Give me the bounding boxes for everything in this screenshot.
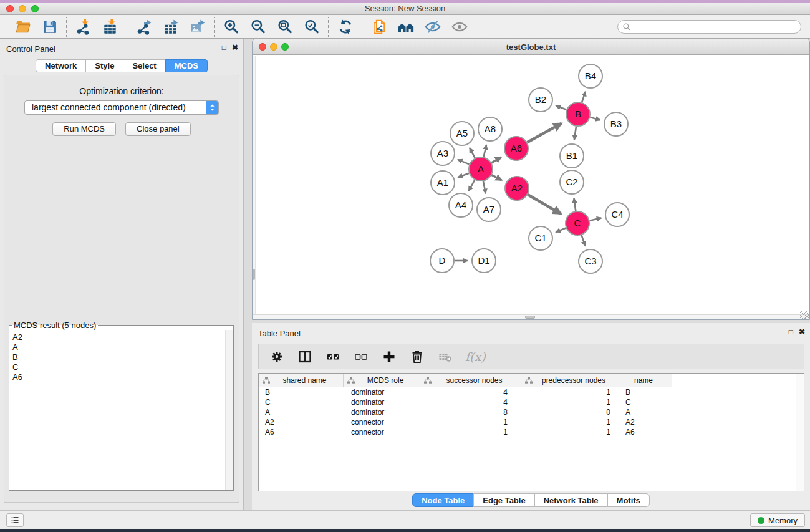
edge-C-C4[interactable] <box>590 218 602 221</box>
edge-B-B4[interactable] <box>582 92 586 102</box>
hide-graphics-details-button[interactable] <box>451 18 468 35</box>
zoom-in-button[interactable] <box>223 18 239 35</box>
show-graphics-details-button[interactable] <box>424 18 441 35</box>
network-canvas[interactable]: B4B2BB3A8A5A6A3B1AC2A1A2A4A7C4CC1C3DD1 <box>253 56 809 314</box>
table-cell[interactable]: dominator <box>344 397 420 407</box>
table-cell[interactable]: B <box>619 387 672 397</box>
edge-A-A2[interactable] <box>492 175 502 180</box>
import-network-button[interactable] <box>75 18 92 35</box>
canvas-vertical-scrollbar[interactable] <box>253 56 256 314</box>
tab-network-table[interactable]: Network Table <box>534 493 608 507</box>
optimization-criterion-select[interactable]: largest connected component (directed) <box>24 100 219 115</box>
edge-C-C2[interactable] <box>574 198 576 211</box>
table-cell[interactable]: 1 <box>521 387 619 397</box>
column-header-successor-nodes[interactable]: successor nodes <box>420 374 521 387</box>
table-row[interactable]: Bdominator41B <box>259 387 804 397</box>
column-header-mcds-role[interactable]: MCDS role <box>344 374 420 387</box>
result-scrollbar[interactable] <box>225 330 233 490</box>
column-header-predecessor-nodes[interactable]: predecessor nodes <box>521 374 619 387</box>
open-file-button[interactable] <box>14 18 31 35</box>
column-header-name[interactable]: name <box>619 374 672 387</box>
function-button[interactable]: f(x) <box>465 349 486 364</box>
float-table-panel-icon[interactable]: □ <box>789 327 793 336</box>
columns-button[interactable] <box>297 349 313 364</box>
table-cell[interactable]: 1 <box>521 427 619 437</box>
edge-B-B3[interactable] <box>590 117 600 120</box>
edge-C-C1[interactable] <box>556 228 566 233</box>
table-scrollbar[interactable] <box>796 374 804 491</box>
table-cell[interactable]: 1 <box>521 397 619 407</box>
table-cell[interactable]: connector <box>344 417 420 427</box>
table-cell[interactable]: 1 <box>521 417 619 427</box>
mcds-result-item[interactable]: A <box>12 342 224 352</box>
tab-style[interactable]: Style <box>85 59 123 72</box>
save-session-button[interactable] <box>41 18 58 35</box>
table-row[interactable]: A2connector11A2 <box>259 417 804 427</box>
column-header-shared-name[interactable]: shared name <box>259 374 344 387</box>
delete-table-button[interactable] <box>437 349 453 364</box>
network-minimize-button[interactable] <box>270 43 277 51</box>
tab-node-table[interactable]: Node Table <box>412 493 474 507</box>
search-box[interactable] <box>617 20 801 34</box>
zoom-selected-button[interactable] <box>303 18 320 35</box>
add-button[interactable] <box>381 349 397 364</box>
export-network-button[interactable] <box>135 18 152 35</box>
close-panel-icon[interactable]: ✖ <box>232 43 238 52</box>
edge-A-A4[interactable] <box>469 180 475 191</box>
network-close-button[interactable] <box>259 43 266 51</box>
table-cell[interactable]: C <box>619 397 672 407</box>
task-history-button[interactable] <box>6 513 24 527</box>
edge-A6-B[interactable] <box>528 123 562 143</box>
hscroll-thumb[interactable] <box>525 316 535 319</box>
export-table-button[interactable] <box>162 18 179 35</box>
table-cell[interactable]: 1 <box>420 427 521 437</box>
tab-network[interactable]: Network <box>36 59 86 72</box>
zoom-out-button[interactable] <box>249 18 266 35</box>
mcds-result-item[interactable]: B <box>12 352 224 362</box>
vscroll-thumb[interactable] <box>253 269 255 280</box>
table-cell[interactable]: B <box>259 387 344 397</box>
gear-button[interactable] <box>269 349 285 364</box>
memory-button[interactable]: Memory <box>750 513 805 527</box>
mcds-result-item[interactable]: A2 <box>12 332 224 342</box>
table-cell[interactable]: A <box>259 407 344 417</box>
run-mcds-button[interactable]: Run MCDS <box>52 122 116 136</box>
first-neighbors-button[interactable] <box>397 18 414 35</box>
table-cell[interactable]: A6 <box>259 427 344 437</box>
edge-A-A3[interactable] <box>458 160 469 165</box>
trash-button[interactable] <box>409 349 425 364</box>
close-table-panel-icon[interactable]: ✖ <box>799 327 805 336</box>
tab-select[interactable]: Select <box>123 59 165 72</box>
table-row[interactable]: Adominator80A <box>259 407 804 417</box>
tab-mcds[interactable]: MCDS <box>165 59 208 72</box>
table-cell[interactable]: 1 <box>420 417 521 427</box>
edge-A-A1[interactable] <box>458 173 470 177</box>
minimize-window-button[interactable] <box>19 5 26 12</box>
table-cell[interactable]: dominator <box>344 387 420 397</box>
table-cell[interactable]: A <box>619 407 672 417</box>
tab-edge-table[interactable]: Edge Table <box>473 493 534 507</box>
table-row[interactable]: A6connector11A6 <box>259 427 804 437</box>
deselect-all-button[interactable] <box>353 349 369 364</box>
close-panel-button[interactable]: Close panel <box>125 122 191 136</box>
network-maximize-button[interactable] <box>281 43 289 51</box>
table-cell[interactable]: A6 <box>619 427 672 437</box>
table-cell[interactable]: C <box>259 397 344 407</box>
maximize-window-button[interactable] <box>31 5 39 12</box>
table-cell[interactable]: 0 <box>521 407 619 417</box>
edge-A-A7[interactable] <box>483 181 486 194</box>
zoom-fit-button[interactable] <box>276 18 293 35</box>
import-table-button[interactable] <box>102 18 118 35</box>
edge-B-B1[interactable] <box>574 127 576 140</box>
search-input[interactable] <box>631 22 796 31</box>
close-window-button[interactable] <box>6 5 14 12</box>
edge-A2-C[interactable] <box>528 195 561 214</box>
table-cell[interactable]: dominator <box>344 407 420 417</box>
mcds-result-item[interactable]: C <box>12 362 224 372</box>
table-cell[interactable]: A2 <box>259 417 344 427</box>
edge-A-A6[interactable] <box>491 157 501 163</box>
edge-B-B2[interactable] <box>556 105 567 109</box>
edge-A-A5[interactable] <box>470 148 475 158</box>
tab-motifs[interactable]: Motifs <box>607 493 650 507</box>
table-row[interactable]: Cdominator41C <box>259 397 804 407</box>
